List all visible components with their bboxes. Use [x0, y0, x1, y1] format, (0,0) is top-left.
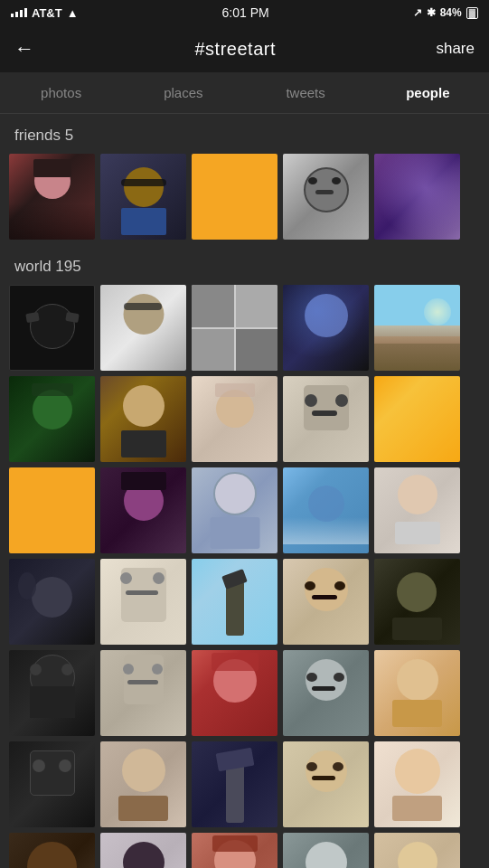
world-photo-7[interactable]	[100, 376, 186, 462]
world-photo-5[interactable]	[374, 285, 460, 371]
bar3	[20, 10, 23, 17]
friends-photo-grid	[0, 154, 489, 245]
tab-places[interactable]: places	[122, 72, 244, 113]
bar4	[24, 8, 27, 17]
world-photo-10[interactable]	[374, 376, 460, 462]
header-title: #streetart	[194, 39, 275, 60]
world-photo-grid	[0, 285, 489, 868]
friend-photo-2[interactable]	[100, 154, 186, 240]
back-button[interactable]: ←	[14, 37, 34, 61]
status-right: ↗ ✱ 84% ▓	[413, 6, 478, 19]
carrier-label: AT&T	[32, 6, 62, 20]
world-photo-32[interactable]	[100, 833, 186, 868]
friends-section-header: friends 5	[0, 114, 489, 154]
world-section-header: world 195	[0, 245, 489, 285]
world-photo-4[interactable]	[283, 285, 369, 371]
world-photo-11[interactable]	[9, 467, 95, 553]
tab-bar: photos places tweets people	[0, 72, 489, 114]
world-photo-27[interactable]	[100, 741, 186, 827]
world-photo-14[interactable]	[283, 467, 369, 553]
world-photo-24[interactable]	[283, 650, 369, 736]
world-photo-12[interactable]	[100, 467, 186, 553]
status-left: AT&T ▲	[11, 6, 79, 20]
tab-tweets[interactable]: tweets	[245, 72, 367, 113]
battery-icon: ▓	[466, 7, 478, 19]
world-photo-29[interactable]	[283, 741, 369, 827]
world-photo-17[interactable]	[100, 559, 186, 645]
friend-photo-4[interactable]	[283, 154, 369, 240]
signal-bars	[11, 8, 27, 17]
world-photo-22[interactable]	[100, 650, 186, 736]
world-photo-33[interactable]	[192, 833, 277, 868]
battery-label: 84%	[440, 6, 462, 19]
world-photo-16[interactable]	[9, 559, 95, 645]
world-photo-6[interactable]	[9, 376, 95, 462]
world-photo-34[interactable]	[283, 833, 369, 868]
world-photo-2[interactable]	[100, 285, 186, 371]
wifi-icon: ▲	[67, 6, 79, 20]
world-photo-1[interactable]	[9, 285, 95, 371]
world-photo-20[interactable]	[374, 559, 460, 645]
world-photo-31[interactable]	[9, 833, 95, 868]
bar2	[15, 12, 18, 17]
world-photo-35[interactable]	[374, 833, 460, 868]
world-photo-8[interactable]	[192, 376, 277, 462]
world-photo-25[interactable]	[374, 650, 460, 736]
world-photo-9[interactable]	[283, 376, 369, 462]
world-photo-21[interactable]	[9, 650, 95, 736]
friend-photo-1[interactable]	[9, 154, 95, 240]
world-photo-18[interactable]	[192, 559, 277, 645]
world-photo-30[interactable]	[374, 741, 460, 827]
world-photo-15[interactable]	[374, 467, 460, 553]
world-photo-13[interactable]	[192, 467, 277, 553]
world-photo-19[interactable]	[283, 559, 369, 645]
share-button[interactable]: share	[436, 40, 475, 58]
world-photo-3[interactable]	[192, 285, 277, 371]
status-bar: AT&T ▲ 6:01 PM ↗ ✱ 84% ▓	[0, 0, 489, 25]
friend-photo-5[interactable]	[374, 154, 460, 240]
tab-photos[interactable]: photos	[0, 72, 122, 113]
world-photo-26[interactable]	[9, 741, 95, 827]
header: ← #streetart share	[0, 25, 489, 72]
tab-people[interactable]: people	[367, 72, 489, 113]
friend-photo-3[interactable]	[192, 154, 277, 240]
bar1	[11, 14, 14, 17]
world-photo-23[interactable]	[192, 650, 277, 736]
bluetooth-icon: ✱	[427, 6, 436, 19]
status-time: 6:01 PM	[222, 5, 269, 20]
world-photo-28[interactable]	[192, 741, 277, 827]
location-icon: ↗	[413, 6, 422, 19]
